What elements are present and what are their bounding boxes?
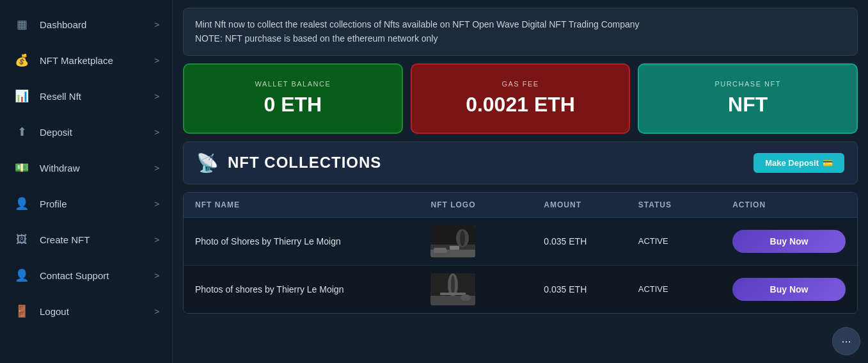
col-nft-name: NFT NAME (195, 200, 430, 209)
nft-amount-1: 0.035 ETH (544, 236, 638, 246)
profile-icon: 👤 (13, 195, 31, 213)
purchase-nft-card: PURCHASE NFT NFT (638, 63, 858, 134)
nft-amount-2: 0.035 ETH (544, 284, 638, 294)
sidebar-item-profile[interactable]: 👤 Profile > (0, 186, 172, 222)
profile-arrow: > (154, 199, 159, 209)
sidebar-label-deposit: Deposit (40, 127, 145, 138)
sidebar-label-withdraw: Withdraw (40, 163, 145, 173)
svg-point-12 (461, 294, 471, 301)
nft-collections-header: 📡 NFT COLLECTIONS Make Deposit 💳 (183, 141, 858, 184)
marketplace-arrow: > (154, 56, 159, 65)
gas-fee-card: GAS FEE 0.0021 ETH (411, 63, 631, 134)
table-row: Photos of shores by Thierry Le Moign 0.0… (184, 266, 857, 313)
sidebar-item-nft-marketplace[interactable]: 💰 NFT Marketplace > (0, 42, 172, 78)
wallet-label: WALLET BALANCE (255, 80, 331, 88)
sidebar-item-withdraw[interactable]: 💵 Withdraw > (0, 150, 172, 186)
wallet-value: 0 ETH (264, 93, 322, 117)
banner-note: NOTE: NFT purchase is based on the ether… (195, 33, 438, 44)
nft-logo-cell-1 (430, 225, 544, 257)
purchase-value: NFT (728, 93, 768, 117)
banner-text: Mint Nft now to collect the realest coll… (195, 19, 640, 29)
nft-collections-table: NFT NAME NFT LOGO AMOUNT STATUS ACTION P… (183, 192, 858, 314)
stats-cards: WALLET BALANCE 0 ETH GAS FEE 0.0021 ETH … (183, 63, 858, 134)
sidebar-item-contact-support[interactable]: 👤 Contact Support > (0, 257, 172, 293)
sidebar-label-logout: Logout (40, 306, 145, 317)
deposit-btn-icon: 💳 (823, 158, 833, 168)
deposit-btn-label: Make Deposit (765, 158, 819, 168)
nft-image-1 (430, 225, 475, 257)
info-banner: Mint Nft now to collect the realest coll… (183, 8, 858, 56)
table-header: NFT NAME NFT LOGO AMOUNT STATUS ACTION (184, 193, 857, 218)
nft-status-1: ACTIVE (638, 236, 732, 246)
sidebar-label-resell-nft: Resell Nft (40, 91, 145, 102)
logout-icon: 🚪 (13, 302, 31, 320)
sidebar-item-dashboard[interactable]: ▦ Dashboard > (0, 6, 172, 42)
chat-icon: ··· (841, 335, 851, 348)
nft-name-1: Photo of Shores by Thierry Le Moign (195, 236, 430, 246)
withdraw-icon: 💵 (13, 159, 31, 177)
col-action: ACTION (732, 200, 846, 209)
svg-point-10 (451, 275, 455, 294)
sidebar-label-dashboard: Dashboard (40, 19, 145, 30)
col-status: STATUS (638, 200, 732, 209)
support-icon: 👤 (13, 266, 31, 284)
svg-rect-5 (434, 248, 446, 253)
marketplace-icon: 💰 (13, 51, 31, 69)
wallet-balance-card: WALLET BALANCE 0 ETH (183, 63, 403, 134)
logout-arrow: > (154, 307, 159, 316)
deposit-icon: ⬆ (13, 123, 31, 141)
main-content: Mint Nft now to collect the realest coll… (173, 0, 868, 363)
nft-logo-cell-2 (430, 273, 544, 305)
svg-point-4 (460, 230, 465, 246)
withdraw-arrow: > (154, 163, 159, 173)
dashboard-icon: ▦ (13, 15, 31, 33)
buy-now-button-1[interactable]: Buy Now (732, 230, 846, 253)
make-deposit-button[interactable]: Make Deposit 💳 (754, 153, 844, 173)
sidebar-item-create-nft[interactable]: 🖼 Create NFT > (0, 222, 172, 257)
resell-arrow: > (154, 92, 159, 101)
sidebar: ▦ Dashboard > 💰 NFT Marketplace > 📊 Rese… (0, 0, 173, 363)
deposit-arrow: > (154, 127, 159, 137)
svg-rect-6 (450, 246, 459, 250)
sidebar-item-logout[interactable]: 🚪 Logout > (0, 293, 172, 329)
sidebar-item-deposit[interactable]: ⬆ Deposit > (0, 114, 172, 150)
gas-value: 0.0021 ETH (466, 93, 575, 117)
create-nft-icon: 🖼 (13, 230, 31, 248)
sidebar-item-resell-nft[interactable]: 📊 Resell Nft > (0, 78, 172, 114)
resell-icon: 📊 (13, 87, 31, 105)
nft-collections-title: NFT COLLECTIONS (228, 154, 745, 172)
sidebar-label-profile: Profile (40, 198, 145, 209)
purchase-label: PURCHASE NFT (714, 80, 781, 88)
sidebar-label-nft-marketplace: NFT Marketplace (40, 55, 145, 66)
support-arrow: > (154, 271, 159, 280)
sidebar-label-contact-support: Contact Support (40, 270, 145, 281)
svg-rect-11 (440, 293, 466, 295)
chat-bubble-button[interactable]: ··· (832, 327, 860, 355)
buy-now-button-2[interactable]: Buy Now (732, 278, 846, 301)
nft-image-2 (430, 273, 475, 305)
gas-label: GAS FEE (501, 80, 539, 88)
dashboard-arrow: > (154, 20, 159, 29)
sidebar-label-create-nft: Create NFT (40, 234, 145, 245)
col-nft-logo: NFT LOGO (430, 200, 544, 209)
nft-name-2: Photos of shores by Thierry Le Moign (195, 284, 430, 294)
nft-status-2: ACTIVE (638, 284, 732, 294)
col-amount: AMOUNT (544, 200, 638, 209)
table-row: Photo of Shores by Thierry Le Moign 0.03… (184, 218, 857, 266)
nft-collections-icon: 📡 (196, 152, 219, 173)
create-nft-arrow: > (154, 235, 159, 245)
